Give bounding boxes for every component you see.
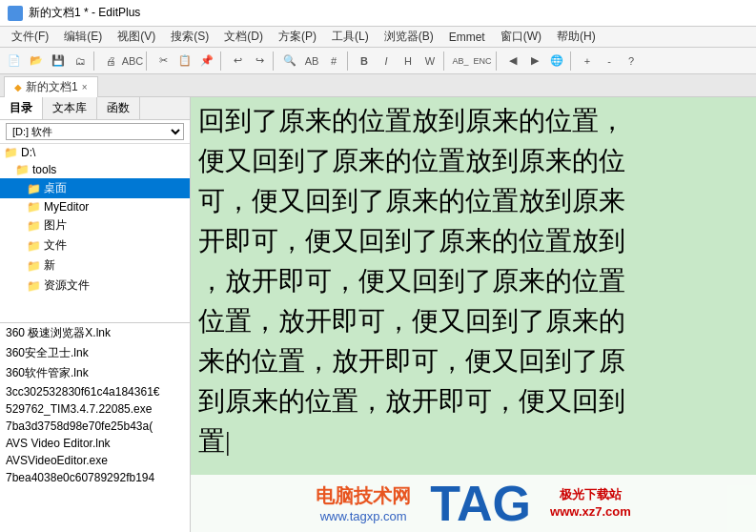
open-button[interactable]: 📂 [26, 51, 47, 72]
editor-area[interactable]: 回到了原来的位置放到原来的位置， 便又回到了原来的位置放到原来的位 可，便又回到… [191, 97, 756, 532]
file-item-0[interactable]: 360 极速浏览器X.lnk [0, 323, 190, 343]
tree-label: 桌面 [44, 180, 67, 196]
menu-emmet[interactable]: Emmet [441, 29, 493, 46]
prev-button[interactable]: ◀ [502, 51, 523, 72]
help-btn[interactable]: ? [621, 51, 642, 72]
app-icon [8, 6, 23, 21]
tree-label: D:\ [21, 146, 35, 159]
spell-button[interactable]: ABC [122, 51, 143, 72]
tab-directory[interactable]: 目录 [0, 97, 43, 119]
tree-label: tools [32, 163, 56, 176]
folder-icon: 📁 [27, 200, 41, 214]
browser-btn[interactable]: 🌐 [546, 51, 567, 72]
title-text: 新的文档1 * - EditPlus [29, 5, 140, 21]
tree-item-desktop[interactable]: 📁 桌面 [0, 178, 190, 198]
tab-close-button[interactable]: × [82, 82, 88, 92]
menu-window[interactable]: 窗口(W) [493, 27, 549, 47]
editor-line-6: 来的位置，放开即可，便又回到了原 [198, 341, 748, 381]
main-area: 目录 文本库 函数 [D:] 软件 📁 D:\ 📁 tools [0, 97, 756, 532]
file-list: 360 极速浏览器X.lnk 360安全卫士.lnk 360软件管家.lnk 3… [0, 322, 190, 532]
toolbar-sep-6 [443, 51, 447, 71]
menu-help[interactable]: 帮助(H) [549, 27, 603, 47]
toolbar-sep-5 [347, 51, 351, 71]
editor-line-8: 置| [198, 421, 748, 461]
italic-button[interactable]: I [376, 51, 397, 72]
menu-edit[interactable]: 编辑(E) [56, 27, 110, 47]
folder-icon: 📁 [4, 146, 18, 159]
tree-item-d[interactable]: 📁 D:\ [0, 144, 190, 161]
tree-label: 资源文件 [44, 277, 90, 294]
watermark-right: 极光下载站www.xz7.com [550, 486, 631, 521]
toolbar-sep-7 [496, 51, 500, 71]
file-item-8[interactable]: 7bea4038e0c60789292fb194 [0, 469, 190, 486]
file-item-7[interactable]: AVSVideoEditor.exe [0, 452, 190, 469]
file-item-2[interactable]: 360软件管家.lnk [0, 363, 190, 383]
goto-button[interactable]: # [323, 51, 344, 72]
save-all-button[interactable]: 🗂 [70, 51, 91, 72]
editor-line-4: ，放开即可，便又回到了原来的位置 [198, 261, 748, 301]
redo-button[interactable]: ↪ [249, 51, 270, 72]
dir-select[interactable]: [D:] 软件 [6, 123, 184, 140]
editor-line-0: 回到了原来的位置放到原来的位置， [198, 101, 748, 141]
zoom-in-button[interactable]: + [577, 51, 598, 72]
menu-tools[interactable]: 工具(L) [324, 27, 377, 47]
toolbar-sep-3 [220, 51, 224, 71]
undo-button[interactable]: ↩ [227, 51, 248, 72]
copy-button[interactable]: 📋 [174, 51, 195, 72]
encoding-button[interactable]: ENC [472, 51, 493, 72]
bold-button[interactable]: B [354, 51, 375, 72]
left-panel: 目录 文本库 函数 [D:] 软件 📁 D:\ 📁 tools [0, 97, 191, 532]
tab-diamond-icon: ◆ [14, 82, 22, 92]
tree-item-images[interactable]: 📁 图片 [0, 215, 190, 235]
file-item-6[interactable]: AVS Video Editor.lnk [0, 435, 190, 452]
menu-project[interactable]: 方案(P) [271, 27, 324, 47]
tab-bar: ◆ 新的文档1 × [0, 74, 756, 97]
tab-document1[interactable]: ◆ 新的文档1 × [4, 76, 98, 97]
editor-line-3: 开即可，便又回到了原来的位置放到 [198, 221, 748, 261]
save-button[interactable]: 💾 [48, 51, 69, 72]
folder-icon: 📁 [27, 239, 41, 253]
menu-file[interactable]: 文件(F) [4, 27, 56, 47]
menu-view[interactable]: 视图(V) [110, 27, 163, 47]
paste-button[interactable]: 📌 [196, 51, 217, 72]
editor-content: 回到了原来的位置放到原来的位置， 便又回到了原来的位置放到原来的位 可，便又回到… [198, 101, 748, 461]
w-button[interactable]: W [419, 51, 440, 72]
tree-item-myeditor[interactable]: 📁 MyEditor [0, 198, 190, 215]
tab-label: 新的文档1 [26, 79, 78, 95]
file-item-5[interactable]: 7ba3d3758d98e70fe25b43a( [0, 418, 190, 435]
file-item-3[interactable]: 3cc302532830f61c4a184361€ [0, 383, 190, 400]
print-button[interactable]: 🖨 [100, 51, 121, 72]
editor-line-7: 到原来的位置，放开即可，便又回到 [198, 381, 748, 421]
file-item-1[interactable]: 360安全卫士.lnk [0, 343, 190, 363]
watermark-tag: TAG [430, 479, 531, 528]
tree-item-new[interactable]: 📁 新 [0, 256, 190, 276]
tree-item-resources[interactable]: 📁 资源文件 [0, 276, 190, 296]
new-button[interactable]: 📄 [4, 51, 25, 72]
toolbar-sep-1 [93, 51, 97, 71]
find-button[interactable]: 🔍 [279, 51, 300, 72]
tree-item-files[interactable]: 📁 文件 [0, 235, 190, 256]
zoom-out-button[interactable]: - [599, 51, 620, 72]
replace-button[interactable]: AB [301, 51, 322, 72]
next-button[interactable]: ▶ [524, 51, 545, 72]
tab-textlib[interactable]: 文本库 [43, 97, 97, 119]
title-bar: 新的文档1 * - EditPlus [0, 0, 756, 27]
h-button[interactable]: H [398, 51, 419, 72]
file-item-4[interactable]: 529762_TIM3.4.7.22085.exe [0, 400, 190, 418]
folder-icon: 📁 [27, 259, 41, 273]
tree-label: MyEditor [44, 200, 89, 214]
folder-icon: 📁 [27, 219, 41, 233]
menu-bar: 文件(F) 编辑(E) 视图(V) 搜索(S) 文档(D) 方案(P) 工具(L… [0, 27, 756, 48]
tree-label: 图片 [44, 217, 67, 234]
menu-browser[interactable]: 浏览器(B) [377, 27, 441, 47]
left-panel-tabs: 目录 文本库 函数 [0, 97, 190, 120]
menu-document[interactable]: 文档(D) [216, 27, 271, 47]
wordcount-button[interactable]: AB_ [450, 51, 471, 72]
folder-icon: 📁 [27, 182, 41, 195]
tab-functions[interactable]: 函数 [97, 97, 140, 119]
menu-search[interactable]: 搜索(S) [163, 27, 216, 47]
cut-button[interactable]: ✂ [153, 51, 174, 72]
tree-item-tools[interactable]: 📁 tools [0, 161, 190, 178]
editor-line-2: 可，便又回到了原来的位置放到原来 [198, 181, 748, 221]
toolbar-sep-2 [146, 51, 150, 71]
